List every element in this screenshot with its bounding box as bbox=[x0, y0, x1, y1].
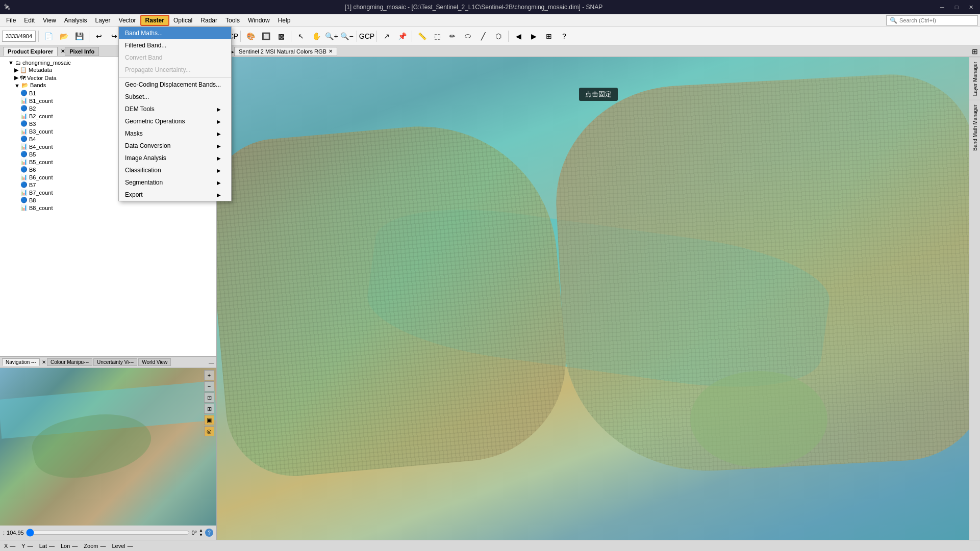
nav-close-button[interactable]: ✕ bbox=[42, 359, 46, 365]
tb-zoomout-button[interactable]: 🔍− bbox=[340, 29, 354, 43]
tb-help-button[interactable]: ? bbox=[557, 29, 571, 43]
tab-colour-manipu[interactable]: Colour Manipu--- bbox=[47, 358, 92, 366]
vector-icon: ▶ bbox=[14, 74, 18, 81]
menu-layer[interactable]: Layer bbox=[91, 15, 115, 26]
menu-vector[interactable]: Vector bbox=[115, 15, 140, 26]
nav-bottom: : 104.95 0° ▲ ▼ ? bbox=[0, 526, 216, 540]
search-input[interactable] bbox=[899, 17, 971, 23]
menu-help[interactable]: Help bbox=[274, 15, 295, 26]
menu-window[interactable]: Window bbox=[244, 15, 274, 26]
menu-optical[interactable]: Optical bbox=[169, 15, 196, 26]
tb-expand-button[interactable]: ⊞ bbox=[542, 29, 556, 43]
menu-file[interactable]: File bbox=[2, 15, 20, 26]
nav-value-label: : bbox=[3, 530, 5, 536]
tree-b8count-label: B8_count bbox=[29, 205, 53, 211]
geometric-operations-arrow: ▶ bbox=[217, 119, 221, 124]
tb-band-button[interactable]: 🔲 bbox=[259, 29, 273, 43]
nav-minimize-button[interactable]: — bbox=[209, 359, 214, 365]
status-x: X — bbox=[4, 543, 15, 549]
menu-item-data-conversion[interactable]: Data Conversion ▶ bbox=[119, 140, 231, 152]
menu-item-masks[interactable]: Masks ▶ bbox=[119, 127, 231, 140]
bands-icon: ▼ bbox=[14, 83, 20, 89]
menu-item-classification[interactable]: Classification ▶ bbox=[119, 164, 231, 176]
menu-item-dem-tools[interactable]: DEM Tools ▶ bbox=[119, 103, 231, 115]
menu-item-band-maths[interactable]: Band Maths... bbox=[119, 27, 231, 39]
menu-item-geo-coding[interactable]: Geo-Coding Displacement Bands... bbox=[119, 78, 231, 91]
angle-up-button[interactable]: ▲ bbox=[199, 529, 203, 533]
nav-zoom-in-button[interactable]: + bbox=[204, 370, 214, 380]
menu-view[interactable]: View bbox=[39, 15, 60, 26]
menu-item-subset[interactable]: Subset... bbox=[119, 91, 231, 103]
menu-item-export[interactable]: Export ▶ bbox=[119, 189, 231, 201]
tb-polygon-button[interactable]: ⬡ bbox=[491, 29, 506, 43]
tb-save-button[interactable]: 💾 bbox=[72, 29, 86, 43]
tb-pin-button[interactable]: 📌 bbox=[395, 29, 409, 43]
tb-gcp2-button[interactable]: GCP bbox=[360, 29, 374, 43]
product-explorer-close[interactable]: ✕ bbox=[61, 48, 65, 54]
menu-item-filtered-band[interactable]: Filtered Band... bbox=[119, 39, 231, 51]
nav-zoom-out-button[interactable]: − bbox=[204, 381, 214, 391]
menu-analysis[interactable]: Analysis bbox=[60, 15, 91, 26]
menu-edit[interactable]: Edit bbox=[20, 15, 39, 26]
map-pin-label[interactable]: 点击固定 bbox=[579, 88, 618, 101]
menu-item-geometric-operations[interactable]: Geometric Operations ▶ bbox=[119, 115, 231, 127]
nav-locate-button[interactable]: ▣ bbox=[204, 415, 214, 425]
tb-nav-next-button[interactable]: ▶ bbox=[526, 29, 541, 43]
angle-down-button[interactable]: ▼ bbox=[199, 533, 203, 537]
tab-product-explorer[interactable]: Product Explorer bbox=[3, 47, 58, 56]
tab-sentinel-rgb[interactable]: Sentinel 2 MSI Natural Colors RGB ✕ bbox=[234, 47, 337, 56]
tb-open-button[interactable]: 📂 bbox=[57, 29, 71, 43]
tb-line-button[interactable]: ╱ bbox=[476, 29, 490, 43]
tab-world-view[interactable]: World View bbox=[138, 358, 171, 366]
tree-b2count-label: B2_count bbox=[29, 113, 53, 119]
tree-b3-label: B3 bbox=[29, 121, 36, 127]
tb-ruler-button[interactable]: 📏 bbox=[415, 29, 429, 43]
menu-radar[interactable]: Radar bbox=[196, 15, 221, 26]
minimize-button[interactable]: ─ bbox=[937, 2, 947, 12]
image-analysis-label: Image Analysis bbox=[125, 154, 166, 162]
close-button[interactable]: ✕ bbox=[966, 2, 976, 12]
map-image bbox=[217, 57, 980, 540]
tb-new-button[interactable]: 📄 bbox=[41, 29, 56, 43]
nav-help-button[interactable]: ? bbox=[205, 529, 213, 537]
nav-zoom-extent-button[interactable]: ⊞ bbox=[204, 404, 214, 414]
menu-item-image-analysis[interactable]: Image Analysis ▶ bbox=[119, 152, 231, 164]
nav-pin-button[interactable]: ◎ bbox=[204, 426, 214, 436]
layer-manager-panel[interactable]: Layer Manager bbox=[969, 57, 980, 100]
search-icon: 🔍 bbox=[890, 17, 897, 24]
tb-draw-button[interactable]: ✏ bbox=[445, 29, 460, 43]
tb-ellipse-button[interactable]: ⬭ bbox=[461, 29, 475, 43]
folder-open-icon: ▼ bbox=[8, 60, 14, 66]
tb-nav-prev-button[interactable]: ◀ bbox=[511, 29, 525, 43]
status-level-value: — bbox=[128, 543, 133, 549]
tab-pixel-info[interactable]: Pixel Info bbox=[65, 47, 99, 56]
tree-b1count-label: B1_count bbox=[29, 98, 53, 104]
tree-root-label: 🗂 chongming_mosaic bbox=[15, 60, 71, 66]
menu-item-segmentation[interactable]: Segmentation ▶ bbox=[119, 176, 231, 189]
tb-color-button[interactable]: 🎨 bbox=[243, 29, 258, 43]
tb-select-button[interactable]: ⬚ bbox=[430, 29, 444, 43]
status-y: Y — bbox=[21, 543, 33, 549]
nav-slider[interactable] bbox=[26, 530, 190, 536]
tab-expand-button[interactable]: ⊞ bbox=[972, 47, 978, 56]
status-level: Level — bbox=[112, 543, 133, 549]
tab-uncertainty-vi[interactable]: Uncertainty Vi--- bbox=[93, 358, 137, 366]
tab-sentinel-close[interactable]: ✕ bbox=[329, 48, 333, 54]
tree-b8-count[interactable]: 📊 B8_count bbox=[0, 204, 216, 212]
menu-tools[interactable]: Tools bbox=[221, 15, 244, 26]
menu-raster[interactable]: Raster bbox=[140, 15, 169, 26]
tab-navigation[interactable]: Navigation --- bbox=[2, 358, 40, 366]
tb-undo-button[interactable]: ↩ bbox=[92, 29, 106, 43]
tb-cursor-button[interactable]: ↖ bbox=[294, 29, 308, 43]
nav-zoom-fit-button[interactable]: ⊡ bbox=[204, 392, 214, 403]
tb-arrow-button[interactable]: ↗ bbox=[380, 29, 394, 43]
map-area[interactable]: 点击固定 Layer Manager Band Math Manager bbox=[217, 57, 980, 540]
band-b6count-icon: 📊 bbox=[20, 174, 28, 180]
tb-zoomin-button[interactable]: 🔍+ bbox=[324, 29, 339, 43]
band-math-panel[interactable]: Band Math Manager bbox=[969, 100, 980, 155]
maximize-button[interactable]: □ bbox=[951, 2, 962, 12]
band-b3count-icon: 📊 bbox=[20, 128, 28, 135]
tb-mosaic-button[interactable]: ▩ bbox=[274, 29, 288, 43]
tb-hand-button[interactable]: ✋ bbox=[309, 29, 323, 43]
toolbar-separator-6 bbox=[291, 31, 291, 42]
